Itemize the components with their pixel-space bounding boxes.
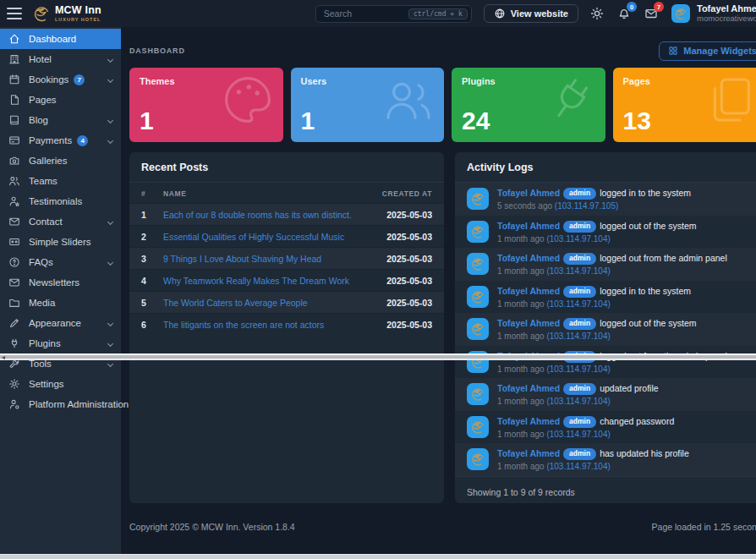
scroll-left-arrow-icon[interactable] (2, 356, 5, 359)
log-user-link[interactable]: Tofayel Ahmed (497, 448, 560, 458)
sidebar-item-platform-administration[interactable]: Platform Administration (0, 394, 121, 414)
stat-card-users[interactable]: Users 1 (291, 68, 445, 142)
post-number: 2 (141, 232, 163, 242)
user-avatar[interactable] (671, 4, 690, 23)
manage-widgets-button[interactable]: Manage Widgets (659, 41, 756, 61)
sidebar-item-dashboard[interactable]: Dashboard (0, 29, 121, 49)
plug-icon (8, 337, 20, 349)
post-created-at: 2025-05-03 (373, 210, 432, 220)
avatar-swirl-icon (470, 224, 485, 239)
view-website-button[interactable]: View website (484, 4, 578, 23)
user-menu[interactable]: Tofayel Ahmed momocreativeworld@gmail.co… (697, 3, 756, 24)
log-action: logged out of the system (600, 221, 696, 231)
log-ip-link[interactable]: 103.114.97.104 (546, 364, 610, 374)
sidebar-item-newsletters[interactable]: Newsletters (0, 272, 121, 293)
sidebar-item-galleries[interactable]: Galleries (0, 151, 121, 171)
mcw-swirl-icon (32, 4, 51, 23)
payments-count-badge: 4 (77, 135, 88, 146)
log-user-link[interactable]: Tofayel Ahmed (497, 188, 560, 198)
sidebar-item-bookings[interactable]: Bookings 7 (0, 69, 121, 90)
role-badge: admin (563, 383, 596, 395)
activity-logs-panel: Activity Logs (455, 152, 756, 503)
log-ip-link[interactable]: 103.114.97.104 (546, 397, 610, 406)
log-ip-link[interactable]: 103.114.97.104 (546, 299, 610, 309)
post-link[interactable]: Why Teamwork Really Makes The Dream Work (163, 276, 373, 286)
stat-card-pages[interactable]: Pages 13 (613, 68, 756, 142)
log-ip-link[interactable]: 103.114.97.104 (546, 462, 610, 471)
sidebar-item-media[interactable]: Media (0, 293, 121, 313)
sidebar-item-faqs[interactable]: FAQs (0, 252, 121, 272)
search-box[interactable]: ctrl/cmd + k (315, 5, 472, 23)
bottom-scrollbar[interactable] (0, 554, 756, 559)
log-user-link[interactable]: Tofayel Ahmed (497, 318, 560, 328)
role-badge: admin (563, 253, 596, 265)
brush-icon (8, 317, 20, 329)
log-user-link[interactable]: Tofayel Ahmed (497, 416, 560, 426)
post-number: 4 (141, 276, 163, 286)
sidebar-item-hotel[interactable]: Hotel (0, 49, 121, 69)
post-link[interactable]: 9 Things I Love About Shaving My Head (163, 254, 373, 264)
log-avatar (467, 188, 489, 210)
sidebar-item-simple-sliders[interactable]: Simple Sliders (0, 232, 121, 252)
search-input[interactable] (324, 8, 408, 19)
log-avatar (467, 286, 489, 308)
log-ip-link[interactable]: 103.114.97.104 (546, 234, 610, 244)
log-ip-link[interactable]: 103.114.97.104 (546, 266, 610, 276)
pages-copy-icon (704, 73, 756, 127)
log-user-link[interactable]: Tofayel Ahmed (497, 221, 560, 231)
credit-card-icon (8, 134, 20, 146)
question-circle-icon (8, 256, 20, 268)
copyright-text: Copyright 2025 © MCW Inn. Version 1.8.4 (129, 522, 295, 532)
post-created-at: 2025-05-03 (373, 254, 432, 264)
sun-icon (590, 7, 604, 20)
menu-toggle-icon[interactable] (7, 8, 22, 19)
log-user-link[interactable]: Tofayel Ahmed (497, 383, 560, 393)
horizontal-scrollbar[interactable] (0, 353, 756, 360)
log-time: 1 month ago (497, 397, 546, 406)
brand-logo[interactable]: MCW Inn LUXURY HOTEL (32, 4, 101, 23)
post-link[interactable]: Each of our 8 double rooms has its own d… (163, 210, 373, 220)
sidebar-item-contact[interactable]: Contact (0, 211, 121, 232)
list-item: Tofayel Ahmedadminlogged out from the ad… (455, 248, 756, 281)
messages-button[interactable]: 7 (643, 5, 660, 22)
log-ip-link[interactable]: 103.114.97.104 (546, 430, 610, 439)
log-time: 1 month ago (497, 462, 546, 471)
log-avatar (467, 318, 489, 340)
list-item: Tofayel Ahmedadminhas updated his profil… (455, 443, 756, 476)
log-time: 1 month ago (497, 364, 546, 374)
theme-toggle-button[interactable] (589, 5, 605, 22)
camera-icon (8, 155, 20, 167)
sidebar-item-blog[interactable]: Blog (0, 110, 121, 130)
chevron-down-icon (107, 56, 113, 62)
post-number: 1 (141, 210, 163, 220)
sidebar-item-plugins[interactable]: Plugins (0, 333, 121, 353)
log-user-link[interactable]: Tofayel Ahmed (497, 286, 560, 296)
sidebar-item-payments[interactable]: Payments 4 (0, 130, 121, 151)
sidebar-item-testimonials[interactable]: Testimonials (0, 191, 121, 211)
post-link[interactable]: The World Caters to Average People (163, 298, 373, 308)
log-user-link[interactable]: Tofayel Ahmed (497, 253, 560, 263)
sidebar-item-appearance[interactable]: Appearance (0, 313, 121, 333)
chevron-down-icon (107, 218, 113, 224)
role-badge: admin (563, 416, 596, 428)
chevron-down-icon (107, 137, 113, 143)
sidebar-item-pages[interactable]: Pages (0, 90, 121, 110)
activity-logs-title: Activity Logs (455, 152, 756, 183)
log-ip-link[interactable]: 103.114.97.104 (546, 332, 610, 341)
log-time: 1 month ago (497, 299, 546, 309)
page-load-time: Page loaded in 1.25 seconds (652, 522, 756, 532)
post-link[interactable]: The litigants on the screen are not acto… (163, 320, 373, 330)
notifications-button[interactable]: 0 (616, 5, 633, 22)
sidebar-item-settings[interactable]: Settings (0, 374, 121, 394)
log-ip-link[interactable]: 103.114.97.105 (555, 201, 618, 211)
log-avatar (467, 253, 489, 275)
sidebar-item-teams[interactable]: Teams (0, 171, 121, 191)
globe-icon (494, 8, 506, 19)
stat-card-plugins[interactable]: Plugins 24 (452, 68, 605, 142)
log-action: logged out from the admin panel (600, 253, 727, 263)
list-item: Tofayel Ahmedadminlogged out from the ad… (455, 346, 756, 379)
stat-card-themes[interactable]: Themes 1 (129, 68, 283, 142)
chevron-down-icon (107, 360, 113, 366)
list-item: Tofayel Ahmedadminchanged password 1 mon… (455, 411, 756, 444)
post-link[interactable]: Essential Qualities of Highly Successful… (163, 232, 373, 242)
